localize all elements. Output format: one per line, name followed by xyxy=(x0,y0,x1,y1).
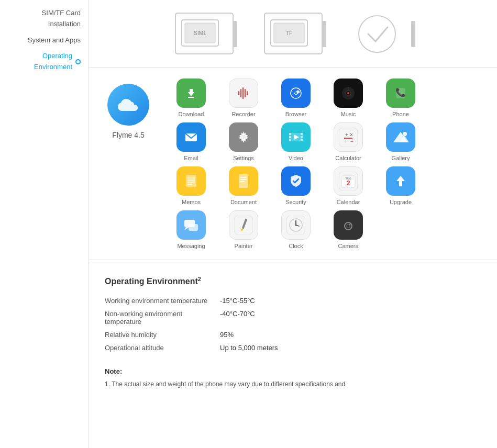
svg-rect-14 xyxy=(188,97,194,98)
document-label: Document xyxy=(230,199,257,205)
flyme-logo: Flyme 4.5 xyxy=(105,79,152,139)
app-item-email: Email xyxy=(168,122,215,161)
env-section: Operating Environment2 Working environme… xyxy=(89,260,497,400)
svg-text:÷: ÷ xyxy=(344,138,347,144)
clock-icon xyxy=(281,210,311,240)
check-svg xyxy=(348,10,416,58)
document-icon xyxy=(229,166,258,196)
sidebar-item-sim[interactable]: SIM/TF Card Installation xyxy=(0,5,89,32)
email-label: Email xyxy=(184,155,198,161)
phone-icon: 📞 xyxy=(386,79,415,108)
phone-label: Phone xyxy=(392,111,409,117)
music-label: Music xyxy=(341,111,356,117)
env-label-2: Relative humidity xyxy=(105,328,220,341)
settings-label: Settings xyxy=(233,155,254,161)
gallery-label: Gallery xyxy=(392,155,410,161)
note-title: Note: xyxy=(105,367,481,375)
browser-label: Browser xyxy=(285,111,306,117)
env-label-0: Working environment temperature xyxy=(105,294,220,307)
svg-rect-4 xyxy=(233,21,237,47)
messaging-icon xyxy=(176,210,206,240)
svg-rect-19 xyxy=(245,89,246,97)
svg-rect-42 xyxy=(301,136,303,138)
svg-text:=: = xyxy=(350,138,354,144)
painter-icon xyxy=(229,210,258,240)
app-item-upgrade: Upgrade xyxy=(377,166,424,205)
app-item-browser: Browser xyxy=(272,79,319,117)
memos-icon xyxy=(176,166,206,196)
svg-text:×: × xyxy=(350,132,353,138)
env-value-3: Up to 5,000 meters xyxy=(220,341,481,354)
note-section: Note: 1. The actual size and weight of t… xyxy=(105,367,481,389)
upgrade-label: Upgrade xyxy=(390,199,412,205)
env-label-3: Operational altitude xyxy=(105,341,220,354)
svg-rect-38 xyxy=(289,133,291,135)
svg-rect-39 xyxy=(289,136,291,138)
svg-rect-65 xyxy=(240,181,245,182)
check-slot xyxy=(348,10,416,58)
svg-rect-56 xyxy=(186,175,196,187)
svg-point-89 xyxy=(347,225,349,227)
sim1-svg: SIM1 xyxy=(170,10,238,58)
svg-rect-9 xyxy=(322,21,326,47)
app-item-security: Security xyxy=(272,166,319,205)
recorder-icon xyxy=(229,79,258,108)
sim-diagram: SIM1 TF xyxy=(89,0,497,68)
app-item-calculator: + × ÷ = Calculator xyxy=(325,122,372,161)
env-value-0: -15°C-55°C xyxy=(220,294,481,307)
table-row: Working environment temperature -15°C-55… xyxy=(105,294,481,307)
svg-text:+: + xyxy=(345,132,348,138)
svg-rect-43 xyxy=(301,139,303,141)
camera-icon xyxy=(334,210,363,240)
sidebar-item-system[interactable]: System and Apps xyxy=(0,32,89,49)
memos-label: Memos xyxy=(182,199,201,205)
table-row: Relative humidity 95% xyxy=(105,328,481,341)
table-row: Operational altitude Up to 5,000 meters xyxy=(105,341,481,354)
download-icon xyxy=(176,79,206,108)
apps-grid: Download Recorder xyxy=(168,79,481,249)
sidebar-item-env[interactable]: Operating Environment xyxy=(0,48,89,75)
app-item-document: Document xyxy=(220,166,267,205)
note-text: 1. The actual size and weight of the pho… xyxy=(105,379,481,389)
env-label-1: Non-working environment temperature xyxy=(105,307,220,328)
tf-slot: TF xyxy=(259,10,327,58)
svg-text:SIM1: SIM1 xyxy=(194,30,206,36)
app-item-music: Music xyxy=(325,79,372,117)
svg-rect-18 xyxy=(242,87,244,99)
app-item-messaging: Messaging xyxy=(168,210,215,249)
svg-rect-17 xyxy=(240,89,241,97)
download-label: Download xyxy=(179,111,204,117)
svg-text:2: 2 xyxy=(346,179,350,187)
svg-rect-40 xyxy=(289,139,291,141)
main-content: SIM1 TF xyxy=(89,0,497,448)
svg-point-28 xyxy=(347,92,349,94)
app-item-settings: Settings xyxy=(220,122,267,161)
svg-rect-77 xyxy=(189,224,198,231)
svg-rect-16 xyxy=(238,91,239,95)
app-item-camera: Camera xyxy=(325,210,372,249)
svg-point-24 xyxy=(295,92,297,94)
cloud-icon xyxy=(117,96,140,113)
clock-label: Clock xyxy=(289,243,303,249)
apps-section: Flyme 4.5 Download xyxy=(89,68,497,260)
security-label: Security xyxy=(285,199,306,205)
svg-point-54 xyxy=(403,132,407,136)
flyme-label: Flyme 4.5 xyxy=(112,131,144,139)
sim1-slot: SIM1 xyxy=(170,10,238,58)
svg-point-85 xyxy=(295,225,297,226)
app-item-phone: 📞 Phone xyxy=(377,79,424,117)
app-item-memos: Memos xyxy=(168,166,215,205)
svg-point-10 xyxy=(359,16,395,52)
calendar-icon: Tue 2 xyxy=(334,166,363,196)
video-icon xyxy=(281,122,311,152)
app-item-painter: Painter xyxy=(220,210,267,249)
calculator-icon: + × ÷ = xyxy=(334,122,363,152)
app-item-recorder: Recorder xyxy=(220,79,267,117)
upgrade-icon xyxy=(386,166,415,196)
painter-label: Painter xyxy=(235,243,253,249)
svg-point-90 xyxy=(349,224,351,226)
env-title: Operating Environment2 xyxy=(105,276,481,286)
calculator-label: Calculator xyxy=(335,155,361,161)
app-item-gallery: Gallery xyxy=(377,122,424,161)
settings-icon xyxy=(229,122,258,152)
